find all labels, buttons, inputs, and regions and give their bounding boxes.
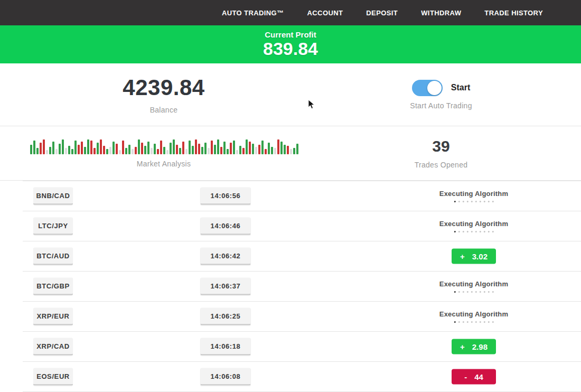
trades-opened-label: Trades Opened [415, 161, 468, 169]
balance-label: Balance [150, 106, 178, 114]
result-badge: + 2.98 [452, 339, 496, 354]
result-value: 44 [474, 372, 483, 381]
market-analysis-label: Market Analysis [0, 160, 327, 168]
nav-deposit[interactable]: DEPOSIT [366, 9, 398, 17]
time-chip[interactable]: 14:06:25 [201, 307, 251, 325]
trades-list: BNB/CAD 14:06:56 Executing Algorithm LTC… [0, 181, 581, 391]
trade-row: EOS/EUR 14:06:08 - 44 [0, 361, 581, 391]
executing-status: Executing Algorithm [439, 190, 508, 202]
balance-block: 4239.84 Balance [0, 63, 327, 126]
result-badge: + 3.02 [452, 248, 496, 264]
result-value: 2.98 [472, 342, 488, 351]
balance-section: 4239.84 Balance Start Start Auto Trading [0, 63, 581, 126]
trade-row: BTC/GBP 14:06:37 Executing Algorithm [0, 271, 581, 301]
pair-chip[interactable]: XRP/EUR [33, 307, 73, 325]
toggle-knob [427, 81, 442, 95]
executing-label: Executing Algorithm [439, 220, 508, 228]
toggle-start-label: Start [451, 83, 470, 92]
executing-label: Executing Algorithm [439, 190, 508, 198]
pair-chip[interactable]: LTC/JPY [33, 217, 73, 235]
nav-account[interactable]: ACCOUNT [307, 9, 343, 17]
progress-dots [454, 201, 494, 202]
trade-row: BNB/CAD 14:06:56 Executing Algorithm [0, 181, 581, 211]
time-chip[interactable]: 14:06:08 [201, 368, 251, 385]
pair-chip[interactable]: BTC/AUD [33, 247, 73, 265]
time-chip[interactable]: 14:06:56 [201, 187, 251, 204]
nav-auto-trading[interactable]: AUTO TRADING™ [222, 9, 284, 17]
pair-chip[interactable]: BTC/GBP [33, 277, 73, 295]
trades-opened-block: 39 Trades Opened [327, 126, 581, 180]
result-sign: + [460, 251, 465, 260]
auto-trading-block: Start Start Auto Trading [327, 63, 581, 126]
market-analysis-chart [30, 138, 327, 154]
time-chip[interactable]: 14:06:46 [201, 217, 251, 235]
time-chip[interactable]: 14:06:42 [201, 247, 251, 265]
trade-row: XRP/EUR 14:06:25 Executing Algorithm [0, 301, 581, 331]
trade-row: BTC/AUD 14:06:42 + 3.02 [0, 241, 581, 271]
pair-chip[interactable]: XRP/CAD [33, 338, 73, 355]
market-section: Market Analysis 39 Trades Opened [0, 126, 581, 181]
executing-status: Executing Algorithm [439, 310, 508, 323]
progress-dots [454, 231, 494, 232]
auto-trading-app: AUTO TRADING™ ACCOUNT DEPOSIT WITHDRAW T… [0, 0, 581, 392]
balance-value: 4239.84 [123, 75, 204, 100]
progress-dots [454, 291, 494, 293]
time-chip[interactable]: 14:06:37 [201, 277, 251, 295]
executing-label: Executing Algorithm [439, 310, 508, 318]
result-value: 3.02 [472, 251, 488, 260]
start-auto-trading-label: Start Auto Trading [410, 101, 472, 110]
current-profit-label: Current Profit [265, 30, 316, 39]
current-profit-value: 839.84 [263, 39, 318, 59]
pair-chip[interactable]: BNB/CAD [33, 187, 73, 204]
top-navbar: AUTO TRADING™ ACCOUNT DEPOSIT WITHDRAW T… [0, 0, 581, 25]
progress-dots [454, 321, 494, 323]
result-sign: + [460, 342, 465, 351]
time-chip[interactable]: 14:06:18 [201, 338, 251, 355]
executing-status: Executing Algorithm [439, 220, 508, 232]
executing-label: Executing Algorithm [439, 280, 508, 288]
trade-row: LTC/JPY 14:06:46 Executing Algorithm [0, 211, 581, 241]
auto-trading-toggle[interactable] [412, 80, 443, 96]
pair-chip[interactable]: EOS/EUR [33, 368, 73, 385]
trade-row: XRP/CAD 14:06:18 + 2.98 [0, 331, 581, 361]
executing-status: Executing Algorithm [439, 280, 508, 293]
market-analysis-block: Market Analysis [0, 126, 327, 180]
result-sign: - [464, 372, 467, 381]
nav-withdraw[interactable]: WITHDRAW [421, 9, 461, 17]
nav-trade-history[interactable]: TRADE HISTORY [484, 9, 543, 17]
current-profit-banner: Current Profit 839.84 [0, 25, 581, 63]
trades-opened-value: 39 [432, 137, 449, 155]
result-badge: - 44 [452, 369, 496, 384]
